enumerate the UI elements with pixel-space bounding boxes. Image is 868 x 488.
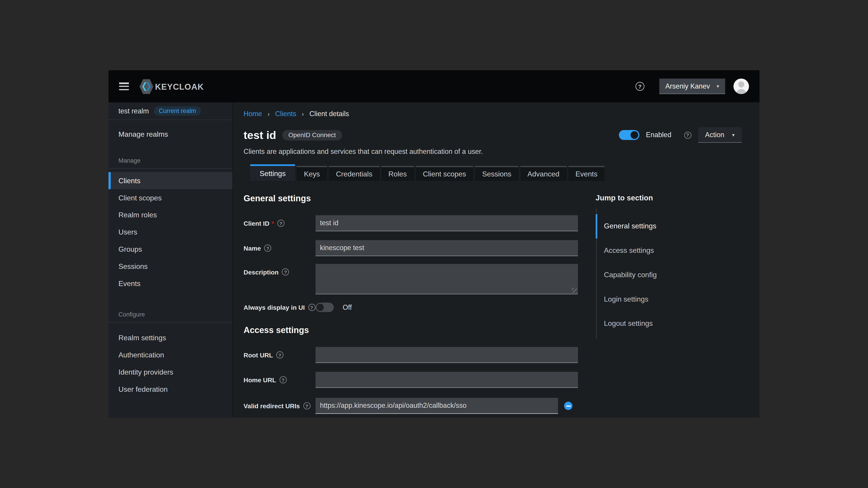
minus-circle-icon[interactable] [564,402,572,410]
app-header: KEYCLOAK ? Arseniy Kanev ▾ [108,70,760,102]
name-input[interactable] [315,240,578,256]
chevron-right-icon: › [268,111,270,117]
avatar-head [738,81,744,88]
help-icon[interactable]: ? [277,220,285,227]
home-url-input[interactable] [315,372,578,388]
enabled-toggle[interactable] [619,130,640,140]
sidebar-item-clients[interactable]: Clients [108,172,232,189]
jump-item-access-settings: Access settings [597,246,734,255]
help-icon[interactable]: ? [276,351,283,359]
jump-to-section-nav: Jump to section General settings Access … [596,194,734,418]
page-title: test id [244,129,276,141]
tab-client-scopes[interactable]: Client scopes [416,166,473,181]
caret-down-icon: ▾ [717,84,719,89]
sidebar-item-manage-realms[interactable]: Manage realms [108,126,232,142]
sidebar-item-events[interactable]: Events [108,275,232,292]
valid-redirect-uris-label: Valid redirect URIs ? [244,402,315,410]
sidebar-divider [108,120,232,120]
sidebar-group-label-configure: Configure [108,311,232,318]
description-label: Description ? [244,264,315,275]
sidebar-item-client-scopes[interactable]: Client scopes [108,189,232,206]
always-display-state: Off [343,303,352,311]
keycloak-admin-window: KEYCLOAK ? Arseniy Kanev ▾ test realm C [108,70,760,418]
page-subtitle: Clients are applications and services th… [244,148,742,156]
tab-events[interactable]: Events [568,166,604,181]
avatar-body [736,89,747,94]
sidebar: test realm Current realm Manage realms M… [108,102,233,418]
tab-settings[interactable]: Settings [250,164,295,181]
action-dropdown-button[interactable]: Action ▾ [698,127,742,143]
keycloak-logo-icon [140,79,153,94]
breadcrumb-current: Client details [309,110,349,118]
client-id-input[interactable] [315,215,578,231]
user-name: Arseniy Kanev [665,82,710,90]
help-icon[interactable]: ? [282,268,289,275]
description-row: Description ? [244,264,578,294]
realm-name: test realm [119,107,149,115]
home-url-row: Home URL ? [244,372,578,388]
help-icon[interactable]: ? [264,245,272,252]
root-url-row: Root URL ? [244,347,578,363]
sidebar-item-sessions[interactable]: Sessions [108,258,232,275]
sidebar-group-label-manage: Manage [108,157,232,164]
tab-keys[interactable]: Keys [297,166,327,181]
general-settings-heading: General settings [244,194,578,203]
name-label: Name ? [244,245,315,252]
root-url-input[interactable] [315,347,578,363]
tab-bar: Settings Keys Credentials Roles Client s… [244,164,742,181]
chevron-right-icon: › [302,111,304,117]
valid-redirect-uri-input[interactable] [315,398,558,414]
toggle-knob [630,131,638,139]
access-settings-heading: Access settings [244,325,578,335]
sidebar-item-users[interactable]: Users [108,223,232,240]
desktop-background: KEYCLOAK ? Arseniy Kanev ▾ test realm C [0,0,868,488]
breadcrumb-clients[interactable]: Clients [275,110,296,118]
resize-grip-icon[interactable] [572,288,577,293]
toggle-knob [317,304,324,311]
sidebar-item-identity-providers[interactable]: Identity providers [108,363,232,381]
protocol-badge: OpenID Connect [282,130,342,140]
keycloak-logo[interactable]: KEYCLOAK [140,79,204,94]
menu-icon[interactable] [119,83,129,90]
caret-down-icon: ▾ [732,132,735,137]
jump-heading: Jump to section [596,194,734,202]
sidebar-item-authentication[interactable]: Authentication [108,346,232,363]
sidebar-item-realm-roles[interactable]: Realm roles [108,206,232,223]
realm-switcher[interactable]: test realm Current realm [108,102,232,120]
jump-item-login-settings: Login settings [597,295,734,304]
settings-form: General settings Client ID * ? [244,194,578,418]
help-icon[interactable]: ? [303,402,310,410]
tab-roles[interactable]: Roles [381,166,414,181]
sidebar-divider [108,168,232,168]
jump-item-logout-settings: Logout settings [597,319,734,328]
help-icon[interactable]: ? [279,376,287,383]
help-icon[interactable]: ? [308,304,315,311]
brand-text: KEYCLOAK [155,82,204,91]
client-id-label: Client ID * ? [244,220,315,227]
sidebar-item-user-federation[interactable]: User federation [108,381,232,398]
always-display-label: Always display in UI ? [244,304,315,311]
client-id-row: Client ID * ? [244,215,578,231]
sidebar-item-realm-settings[interactable]: Realm settings [108,329,232,346]
required-asterisk: * [272,220,274,226]
title-controls: Enabled ? Action ▾ [619,127,742,143]
valid-redirect-uris-row: Valid redirect URIs ? [244,398,578,414]
breadcrumb-home[interactable]: Home [244,110,262,118]
help-icon[interactable]: ? [684,131,691,139]
always-display-toggle[interactable] [315,303,334,312]
breadcrumb: Home › Clients › Client details [244,110,742,118]
description-textarea[interactable] [315,264,578,294]
help-icon[interactable]: ? [636,82,644,91]
avatar [734,78,749,94]
tab-advanced[interactable]: Advanced [520,166,566,181]
tab-credentials[interactable]: Credentials [329,166,379,181]
root-url-label: Root URL ? [244,351,315,359]
always-display-row: Always display in UI ? Off [244,303,578,312]
sidebar-item-groups[interactable]: Groups [108,240,232,258]
tab-sessions[interactable]: Sessions [475,166,519,181]
jump-item-general-settings: General settings [597,222,734,231]
action-label: Action [705,131,724,138]
user-menu-button[interactable]: Arseniy Kanev ▾ [659,78,725,94]
name-row: Name ? [244,240,578,256]
header-toolbar: ? Arseniy Kanev ▾ [636,78,749,94]
